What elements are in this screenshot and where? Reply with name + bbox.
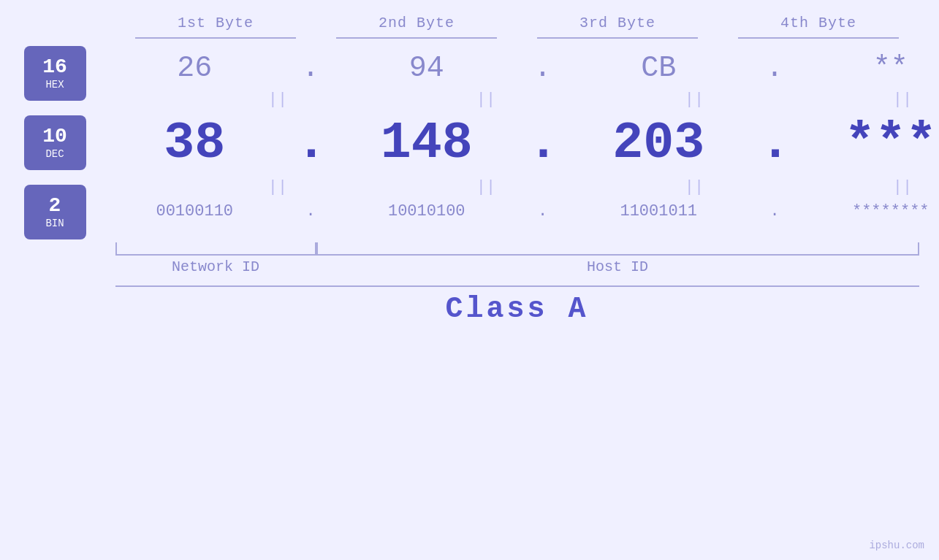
byte2-header: 2nd Byte [316, 15, 517, 31]
bin-b1-cell: 00100110 [94, 202, 297, 220]
bin-b3-cell: 11001011 [558, 202, 761, 220]
dec-row: 38 . 148 . 203 . *** [94, 109, 940, 178]
hex-b3-cell: CB [558, 52, 761, 85]
dec-b4-cell: *** [789, 115, 939, 172]
dec-b3: 203 [612, 115, 704, 172]
bin-badge: 2 BIN [24, 185, 86, 239]
hex-b1: 26 [177, 52, 212, 85]
bin-b2: 10010100 [388, 202, 465, 220]
bin-badge-label: BIN [45, 218, 64, 229]
dec-b3-cell: 203 [558, 115, 761, 172]
hex-b4-cell: ** [789, 52, 939, 85]
bracket-seg4 [718, 37, 919, 39]
bin-b4-cell: ******** [789, 202, 939, 220]
hex-badge: 16 HEX [24, 46, 86, 101]
sep1-b2: || [397, 91, 576, 109]
bin-dot2: . [528, 202, 558, 220]
hex-b2-cell: 94 [325, 52, 528, 85]
bin-dot3: . [760, 202, 789, 220]
dec-b2-cell: 148 [325, 115, 528, 172]
byte3-header: 3rd Byte [517, 15, 718, 31]
bin-b3: 11001011 [620, 202, 697, 220]
hex-b4: ** [873, 52, 908, 85]
network-id-label: Network ID [115, 258, 316, 275]
bin-b1: 00100110 [156, 202, 233, 220]
dec-dot2: . [528, 115, 558, 172]
bracket-line2 [336, 37, 497, 39]
bracket-line1 [135, 37, 296, 39]
dec-b2: 148 [381, 115, 473, 172]
sep1-dot1 [368, 91, 397, 109]
sep2-dot3 [784, 178, 813, 196]
hex-b3: CB [641, 52, 676, 85]
sep2-b2: || [397, 178, 576, 196]
bracket-line4 [738, 37, 899, 39]
hex-b1-cell: 26 [94, 52, 297, 85]
dec-b1-cell: 38 [94, 115, 297, 172]
sep-row-2: || || || || [189, 178, 940, 196]
bracket-seg1 [115, 37, 316, 39]
hex-badge-label: HEX [45, 79, 64, 91]
sep2-b1: || [189, 178, 368, 196]
byte4-header: 4th Byte [718, 15, 919, 31]
host-bracket [316, 242, 919, 256]
dec-badge: 10 DEC [24, 115, 86, 170]
sep1-b3: || [605, 91, 784, 109]
id-labels-row: Network ID Host ID [115, 258, 919, 275]
sep1-b4: || [813, 91, 940, 109]
sep1-dot3 [784, 91, 813, 109]
class-line [115, 285, 919, 287]
hex-row: 26 . 94 . CB . ** [94, 46, 940, 91]
dec-dot1: . [296, 115, 325, 172]
sep2-b4: || [813, 178, 940, 196]
host-id-label: Host ID [316, 258, 919, 275]
dec-badge-label: DEC [45, 148, 64, 160]
bottom-brackets [115, 242, 919, 256]
badge-column: 16 HEX 10 DEC 2 BIN [24, 46, 94, 239]
watermark: ipshu.com [869, 540, 924, 551]
hex-dot2: . [528, 52, 558, 85]
byte-headers: 1st Byte 2nd Byte 3rd Byte 4th Byte [115, 15, 919, 31]
bracket-seg2 [316, 37, 517, 39]
hex-b2: 94 [409, 52, 444, 85]
bracket-line3 [537, 37, 698, 39]
sep1-dot2 [576, 91, 605, 109]
data-area: 16 HEX 10 DEC 2 BIN 26 . [17, 46, 923, 239]
bin-badge-num: 2 [49, 196, 61, 216]
sep-row-1: || || || || [189, 91, 940, 109]
bin-row: 00100110 . 10010100 . 11001011 . [94, 196, 940, 226]
sep2-dot2 [576, 178, 605, 196]
dec-badge-num: 10 [42, 126, 67, 147]
hex-badge-num: 16 [42, 57, 67, 77]
values-grid: 26 . 94 . CB . ** [94, 46, 940, 239]
bin-dot1: . [296, 202, 325, 220]
sep1-b1: || [189, 91, 368, 109]
byte1-header: 1st Byte [115, 15, 316, 31]
sep2-dot1 [368, 178, 397, 196]
network-bracket [115, 242, 316, 256]
bin-b2-cell: 10010100 [325, 202, 528, 220]
dec-b4: *** [845, 115, 937, 172]
class-row: Class A [115, 293, 919, 326]
sep2-b3: || [605, 178, 784, 196]
hex-dot3: . [760, 52, 789, 85]
hex-dot1: . [296, 52, 325, 85]
dec-b1: 38 [164, 115, 225, 172]
bracket-seg3 [517, 37, 718, 39]
dec-dot3: . [760, 115, 789, 172]
top-bracket-row [115, 37, 919, 39]
main-container: 1st Byte 2nd Byte 3rd Byte 4th Byte 16 H… [0, 0, 939, 560]
class-line-row [115, 285, 919, 287]
class-label: Class A [445, 293, 588, 326]
bin-b4: ******** [852, 202, 930, 220]
